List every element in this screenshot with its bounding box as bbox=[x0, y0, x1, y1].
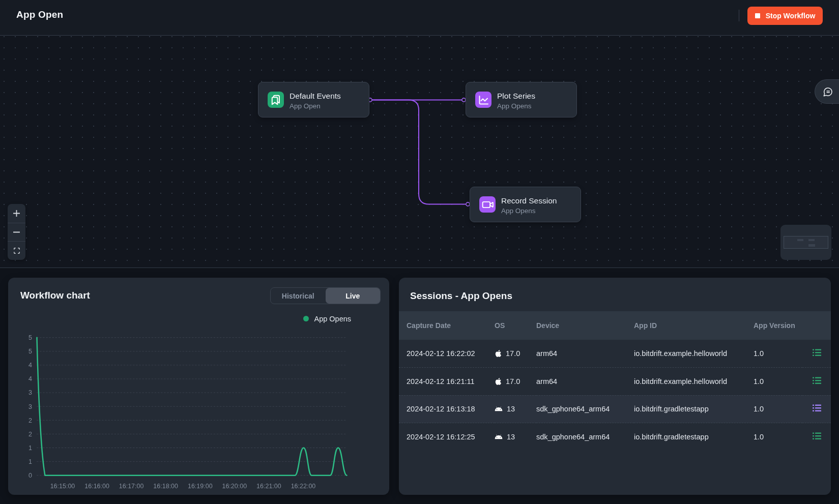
svg-text:3: 3 bbox=[28, 389, 32, 396]
svg-text:16:19:00: 16:19:00 bbox=[188, 483, 213, 490]
svg-text:2: 2 bbox=[28, 417, 32, 424]
svg-text:16:18:00: 16:18:00 bbox=[153, 483, 178, 490]
svg-text:5: 5 bbox=[28, 334, 32, 341]
svg-text:16:15:00: 16:15:00 bbox=[50, 483, 75, 490]
svg-text:4: 4 bbox=[28, 362, 32, 369]
svg-text:1: 1 bbox=[28, 444, 32, 452]
svg-text:16:21:00: 16:21:00 bbox=[256, 483, 281, 490]
svg-text:1: 1 bbox=[28, 458, 32, 465]
svg-text:2: 2 bbox=[28, 431, 32, 438]
svg-text:16:22:00: 16:22:00 bbox=[291, 483, 316, 490]
svg-text:16:20:00: 16:20:00 bbox=[222, 483, 247, 490]
svg-text:3: 3 bbox=[28, 403, 32, 410]
svg-text:16:17:00: 16:17:00 bbox=[119, 483, 144, 490]
svg-text:0: 0 bbox=[28, 472, 32, 479]
svg-text:4: 4 bbox=[28, 375, 32, 382]
svg-text:5: 5 bbox=[28, 348, 32, 355]
svg-text:16:16:00: 16:16:00 bbox=[84, 483, 109, 490]
